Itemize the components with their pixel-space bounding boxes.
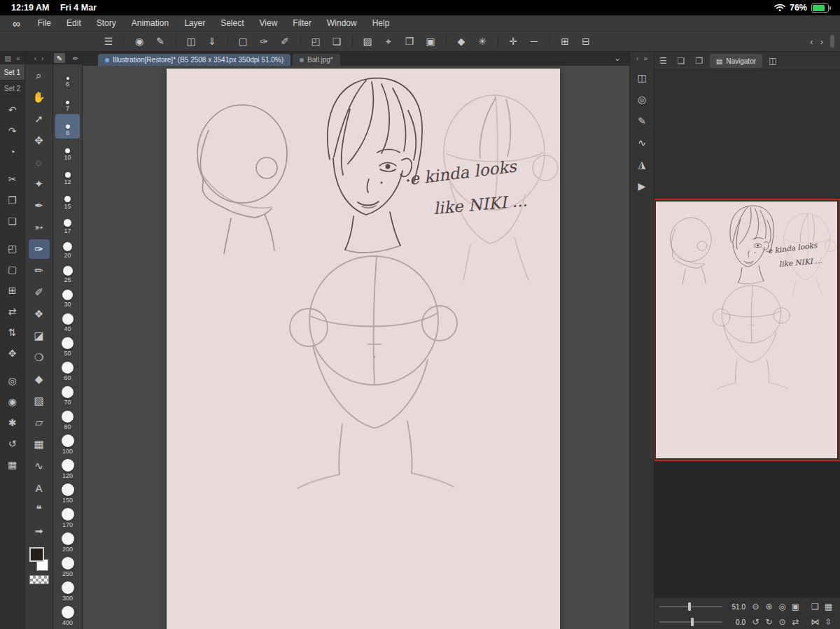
sub-tool-edit-icon[interactable]: ✎ [633,113,651,129]
flip-horizontal-icon[interactable]: ⇄ [4,302,22,320]
color-swatches[interactable] [29,547,50,571]
gradient-tool[interactable]: ▧ [29,391,50,411]
tone-icon[interactable]: ▨ [358,34,377,49]
brush-size-item[interactable]: 70 [55,383,80,408]
animation-export-icon[interactable]: ▶ [633,178,651,195]
document-tab[interactable]: Ball.jpg* [293,54,340,66]
brush-size-item[interactable]: 20 [55,236,80,261]
clip-studio-home-icon[interactable]: ◉ [130,34,148,49]
move-canvas-icon[interactable]: ✥ [4,344,22,362]
brush-size-item[interactable]: 400 [55,604,80,628]
decoration-tool[interactable]: ❖ [29,304,50,324]
tool-set-tab[interactable]: Set 1 [0,64,24,80]
cut-icon[interactable]: ✂ [4,170,22,188]
brush-size-item[interactable]: 6 [55,65,80,90]
flip-vertical-icon[interactable]: ⇅ [4,323,22,341]
panel-layout-a-icon[interactable]: ⊞ [556,34,574,49]
brush-size-item[interactable]: 17 [55,212,80,236]
add-guide-icon[interactable]: ✛ [504,34,522,49]
line-correction-tool[interactable]: ∿ [29,456,50,476]
marker-tool[interactable]: ✐ [29,283,50,302]
text-tool[interactable]: A [29,478,50,497]
history-icon[interactable]: ↺ [4,434,22,453]
menu-item[interactable]: Layer [176,18,213,28]
processing-icon[interactable]: ✳ [473,34,491,49]
brush-size-item[interactable]: 10 [55,139,80,163]
brush-size-item[interactable]: 50 [55,334,80,359]
toolbar-scroll-right-icon[interactable]: › [820,36,823,47]
crop-icon[interactable]: ▢ [4,260,22,278]
menu-item[interactable]: Select [213,18,251,28]
actual-size-icon[interactable]: ▣ [789,600,802,613]
material-property-icon[interactable]: ◮ [633,156,651,173]
primary-color-swatch[interactable] [29,547,44,562]
toolbar-scroll-left-icon[interactable]: ‹ [810,36,813,47]
copy-stamp-icon[interactable]: ❐ [400,34,419,49]
select-area-icon[interactable]: ⌖ [379,34,398,49]
rotation-slider[interactable] [659,617,722,627]
workspace-grid-icon[interactable]: ◫ [633,69,651,86]
paste-image-icon[interactable]: ❏ [328,34,346,49]
vector-curve-icon[interactable]: ∿ [633,134,651,151]
layer-property-tab-icon[interactable]: ❐ [692,54,707,68]
zoom-tool[interactable]: ⌕ [29,66,50,85]
rotation-slider-handle[interactable] [691,618,694,626]
pen-settings-icon[interactable]: ✑ [255,34,273,49]
pencil-group-tab[interactable]: ✏ [70,53,81,63]
crop-canvas-icon[interactable]: ▢ [234,34,252,49]
transparent-color-swatch[interactable] [29,575,49,584]
panel-layout-b-icon[interactable]: ⊟ [577,34,595,49]
fit-to-screen-icon[interactable]: ◎ [776,600,789,613]
tool-set-tab[interactable]: Set 2 [0,80,24,97]
hand-tool[interactable]: ✋ [29,87,50,107]
brush-settings-icon[interactable]: ✐ [276,34,294,49]
menu-item[interactable]: Edit [59,18,89,28]
brush-size-item[interactable]: 25 [55,261,80,285]
zoom-slider[interactable] [659,602,722,612]
remove-guide-icon[interactable]: ─ [525,34,543,49]
flip-horizontal-view-icon[interactable]: ⋈ [808,616,822,628]
eyedropper-tool[interactable]: ✒ [29,196,50,215]
frame-border-tool[interactable]: ▦ [29,434,50,454]
menu-item[interactable]: Filter [285,18,319,28]
quick-access-icon[interactable]: ◎ [633,91,651,108]
navigator-tab[interactable]: ▤ Navigator [710,54,762,68]
pencil-tool[interactable]: ✏ [29,261,50,281]
brush-size-item[interactable]: 7 [55,90,80,114]
brush-size-item[interactable]: 300 [55,579,80,604]
undo-icon[interactable]: ↶ [4,101,22,119]
export-icon[interactable]: ⇓ [203,34,221,49]
rotate-ccw-icon[interactable]: ↺ [749,616,762,628]
brush-size-item[interactable]: 100 [55,432,80,457]
material-icon[interactable]: ▣ [421,34,440,49]
selection-tool[interactable]: ◌ [29,153,50,172]
canvas-page[interactable] [167,69,560,629]
subview-tab-icon[interactable]: ◫ [765,54,780,68]
flip-canvas-icon[interactable]: ⇄ [789,616,802,628]
layer-panel-tab-icon[interactable]: ❏ [673,54,689,68]
brush-size-item[interactable]: 150 [55,481,80,506]
zoom-slider-handle[interactable] [688,602,691,611]
dock-panel-icon[interactable]: ▦ [822,600,835,613]
brush-size-item[interactable]: 120 [55,457,80,481]
menu-item[interactable]: Story [89,18,124,28]
brush-size-item[interactable]: 30 [55,285,80,310]
snap-special-ruler-icon[interactable]: ◉ [4,393,22,411]
rotate-cw-icon[interactable]: ↻ [762,616,776,628]
fill-tool[interactable]: ◆ [29,369,50,389]
brush-size-item[interactable]: 8 [55,114,80,139]
brush-size-item[interactable]: 80 [55,408,80,432]
mesh-transform-icon[interactable]: ⊞ [4,281,22,299]
navigator-view-rect[interactable] [654,199,840,461]
pen-group-tab[interactable]: ✎ [54,53,65,63]
panel-menu-icon[interactable]: ☰ [659,56,667,66]
paste-icon[interactable]: ❏ [4,212,22,230]
flow-line-tool[interactable]: ➟ [29,521,50,541]
brush-size-item[interactable]: 15 [55,188,80,212]
grid-icon[interactable]: ▦ [4,455,22,474]
toolbar-scrollbar[interactable] [830,35,834,48]
brush-size-item[interactable]: 250 [55,555,80,579]
menu-item[interactable]: File [30,18,59,28]
brush-size-item[interactable]: 200 [55,530,80,555]
redo-icon[interactable]: ↷ [4,122,22,140]
